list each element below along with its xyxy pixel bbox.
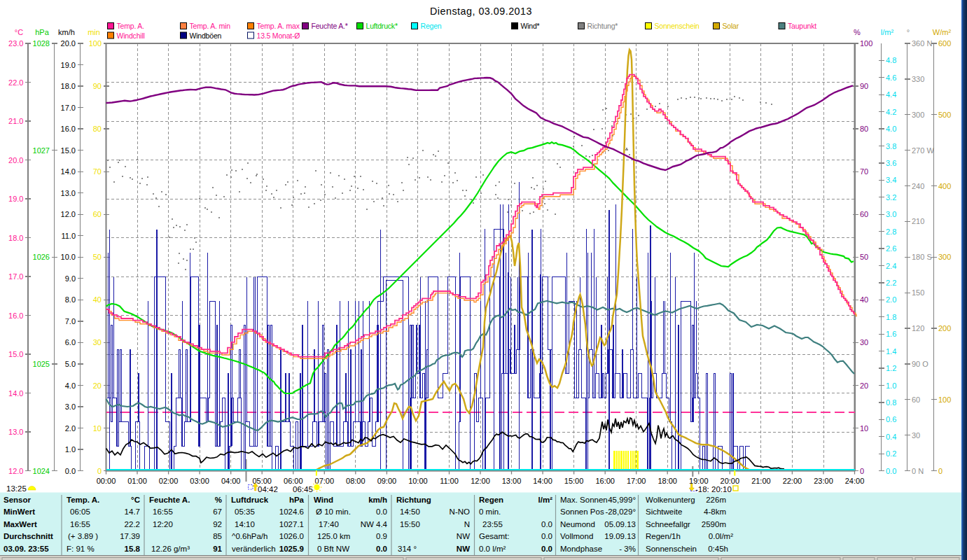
svg-text:Wind*: Wind* <box>521 22 540 30</box>
svg-text:NW: NW <box>457 545 470 553</box>
svg-text:08:00: 08:00 <box>346 477 366 485</box>
svg-text:19.09.13: 19.09.13 <box>604 532 636 540</box>
svg-text:314 °: 314 ° <box>398 545 417 553</box>
svg-text:2.2: 2.2 <box>886 279 896 287</box>
svg-text:60: 60 <box>912 396 920 404</box>
svg-text:- 3%: - 3% <box>619 545 636 553</box>
svg-text:Sonnenschein: Sonnenschein <box>655 22 700 30</box>
svg-text:22.0: 22.0 <box>8 78 23 87</box>
svg-text:0: 0 <box>97 467 102 475</box>
svg-text:4.4: 4.4 <box>886 90 896 99</box>
svg-text:0.0: 0.0 <box>541 545 552 553</box>
svg-text:300: 300 <box>938 253 951 261</box>
svg-text:-18: 20:10: -18: 20:10 <box>695 485 732 493</box>
svg-text:17.0: 17.0 <box>61 104 76 112</box>
svg-text:20:00: 20:00 <box>721 477 740 485</box>
svg-text:0.0 l/m²: 0.0 l/m² <box>479 545 506 553</box>
svg-text:1.2: 1.2 <box>886 364 896 372</box>
svg-text:0 Bft NW: 0 Bft NW <box>317 545 349 553</box>
svg-text:1027: 1027 <box>33 146 50 155</box>
svg-text:12.0: 12.0 <box>61 210 76 218</box>
svg-text:20.0: 20.0 <box>8 156 23 164</box>
svg-text:1024: 1024 <box>33 467 50 475</box>
svg-text:90: 90 <box>860 82 868 90</box>
svg-text:18.0: 18.0 <box>8 234 23 242</box>
svg-text:60: 60 <box>93 210 102 218</box>
svg-text:04:42: 04:42 <box>258 485 278 493</box>
svg-text:13.5 Monat-Ø: 13.5 Monat-Ø <box>257 31 300 40</box>
svg-text:14:00: 14:00 <box>533 477 552 485</box>
svg-text:1028: 1028 <box>33 39 50 48</box>
svg-text:8.0: 8.0 <box>65 295 76 304</box>
svg-text:Temp. A.: Temp. A. <box>67 496 99 504</box>
svg-text:226m: 226m <box>706 496 726 504</box>
svg-text:30: 30 <box>93 338 102 346</box>
svg-text:40: 40 <box>860 295 868 304</box>
svg-text:7.0: 7.0 <box>65 317 76 326</box>
svg-text:0.8: 0.8 <box>886 398 896 407</box>
svg-text:14:10: 14:10 <box>235 520 255 528</box>
svg-text:1.8: 1.8 <box>886 313 896 321</box>
svg-text:1.0: 1.0 <box>65 445 76 454</box>
svg-text:1.0: 1.0 <box>886 382 896 390</box>
svg-text:100: 100 <box>89 39 102 48</box>
svg-text:85: 85 <box>213 532 222 540</box>
svg-text:Luftdruck*: Luftdruck* <box>366 22 398 30</box>
svg-text:5.0: 5.0 <box>65 360 76 368</box>
svg-text:Windböen: Windböen <box>190 31 222 40</box>
svg-text:Sensor: Sensor <box>4 496 32 504</box>
svg-text:hPa: hPa <box>289 496 305 504</box>
svg-text:02:00: 02:00 <box>159 477 179 485</box>
svg-text:1025: 1025 <box>33 360 50 368</box>
svg-text:0.0l/m²: 0.0l/m² <box>709 532 733 540</box>
svg-text:4.8: 4.8 <box>886 56 896 64</box>
svg-text:06:05: 06:05 <box>70 507 90 516</box>
svg-text:1.4: 1.4 <box>886 347 896 356</box>
svg-text:12:20: 12:20 <box>153 520 173 528</box>
svg-text:-28,029°: -28,029° <box>605 507 636 516</box>
svg-text:14.7: 14.7 <box>125 507 140 516</box>
svg-text:500: 500 <box>938 111 951 119</box>
svg-text:MaxWert: MaxWert <box>4 520 37 528</box>
svg-text:4-8km: 4-8km <box>704 507 726 516</box>
svg-text:Neumond: Neumond <box>560 520 595 528</box>
svg-text:km/h: km/h <box>58 28 75 36</box>
svg-text:17:40: 17:40 <box>319 520 339 528</box>
svg-text:05:35: 05:35 <box>235 507 255 516</box>
svg-text:Richtung*: Richtung* <box>587 22 618 30</box>
svg-text:16.0: 16.0 <box>8 312 23 320</box>
svg-text:Sonnen Pos: Sonnen Pos <box>560 507 604 516</box>
svg-text:l/m²: l/m² <box>881 28 894 36</box>
svg-text:°: ° <box>907 28 910 36</box>
svg-text:2590m: 2590m <box>702 520 726 528</box>
svg-text:270 W: 270 W <box>912 146 934 155</box>
svg-text:03.09. 23:55: 03.09. 23:55 <box>4 545 49 553</box>
svg-text:20: 20 <box>93 382 102 390</box>
svg-text:17:00: 17:00 <box>627 477 646 485</box>
svg-text:18:00: 18:00 <box>658 477 677 485</box>
svg-text:50: 50 <box>860 253 868 261</box>
svg-text:2.6: 2.6 <box>886 244 896 253</box>
svg-text:min: min <box>88 28 100 36</box>
svg-text:NW 4.4: NW 4.4 <box>361 520 388 528</box>
svg-text:3.4: 3.4 <box>886 176 896 184</box>
svg-text:Dienstag, 03.09.2013: Dienstag, 03.09.2013 <box>430 6 532 17</box>
svg-text:10:00: 10:00 <box>408 477 428 485</box>
svg-text:4.6: 4.6 <box>886 74 896 82</box>
svg-text:12:00: 12:00 <box>471 477 490 485</box>
svg-text:14:50: 14:50 <box>400 507 420 516</box>
svg-text:Wind: Wind <box>314 496 333 504</box>
svg-text:Ø 10 min.: Ø 10 min. <box>316 507 351 516</box>
svg-text:23:00: 23:00 <box>814 477 833 485</box>
svg-text:22:00: 22:00 <box>783 477 802 485</box>
svg-text:05.09.13: 05.09.13 <box>604 520 636 528</box>
svg-text:0:45h: 0:45h <box>708 545 728 553</box>
svg-text:Temp. A. min: Temp. A. min <box>190 22 231 30</box>
svg-text:N-NO: N-NO <box>450 507 470 516</box>
svg-text:150: 150 <box>912 288 924 297</box>
svg-text:2.8: 2.8 <box>886 227 896 236</box>
svg-text:67: 67 <box>213 507 222 516</box>
svg-text:Temp. A. max: Temp. A. max <box>257 22 300 30</box>
svg-text:°C: °C <box>15 28 23 36</box>
svg-text:06:00: 06:00 <box>284 477 303 485</box>
